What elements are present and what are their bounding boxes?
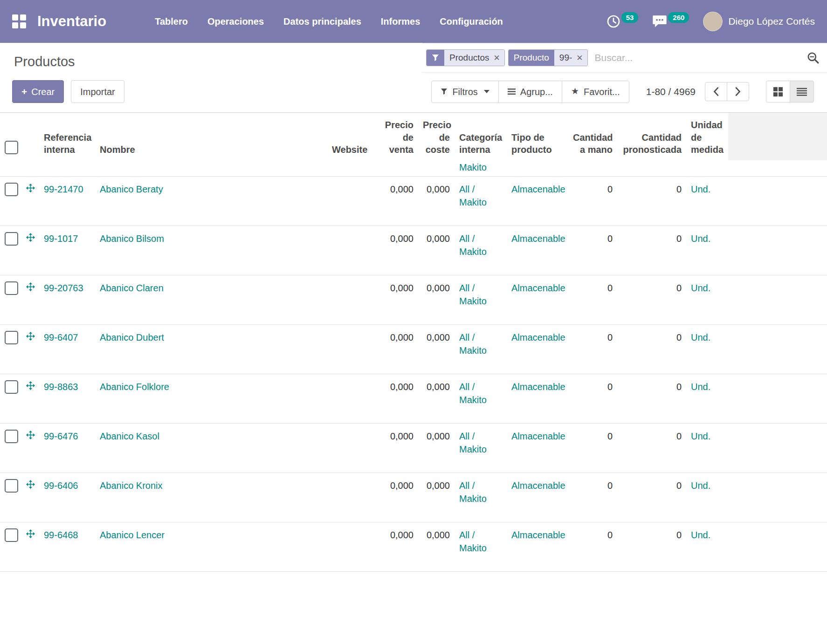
- cell-qty-forecast[interactable]: 0: [617, 522, 686, 571]
- search-icon[interactable]: [806, 51, 820, 64]
- cell-website[interactable]: [327, 374, 372, 423]
- column-header-cantidad-mano[interactable]: Cantidad a mano: [568, 113, 617, 161]
- cell-qty-forecast[interactable]: 0: [617, 324, 686, 374]
- cell-internal-category[interactable]: All / Makito: [455, 324, 507, 374]
- cell-internal-reference[interactable]: 99-1017: [39, 226, 95, 275]
- kanban-view-button[interactable]: [766, 81, 790, 103]
- column-header-precio-venta[interactable]: Precio de venta: [372, 113, 418, 161]
- column-header-categoria-interna[interactable]: Categoría interna: [455, 113, 507, 161]
- cell-product-name[interactable]: Abanico Kasol: [95, 423, 327, 473]
- cell-product-name[interactable]: Abanico Claren: [95, 275, 327, 324]
- apps-menu-icon[interactable]: [12, 14, 26, 28]
- cell-qty-on-hand[interactable]: 0: [568, 324, 617, 374]
- row-checkbox[interactable]: [5, 331, 18, 344]
- activities-button[interactable]: 53: [606, 14, 639, 28]
- cell-qty-forecast[interactable]: 0: [617, 473, 686, 522]
- cell-uom[interactable]: Und.: [686, 324, 728, 374]
- drag-handle-icon[interactable]: [26, 529, 35, 538]
- cell-product-name[interactable]: Abanico Lencer: [95, 522, 327, 571]
- cell-qty-on-hand[interactable]: 0: [568, 275, 617, 324]
- row-checkbox[interactable]: [5, 528, 18, 542]
- search-facet-productos[interactable]: Productos ✕: [426, 49, 505, 66]
- cell-website[interactable]: [327, 423, 372, 473]
- cell-uom[interactable]: Und.: [686, 473, 728, 522]
- search-input[interactable]: [591, 49, 804, 66]
- cell-sale-price[interactable]: 0,000: [372, 176, 418, 226]
- cell-internal-category[interactable]: All / Makito: [455, 522, 507, 571]
- column-header-tipo-producto[interactable]: Tipo de producto: [507, 113, 568, 161]
- column-header-unidad-medida[interactable]: Unidad de medida: [686, 113, 728, 161]
- cell-sale-price[interactable]: 0,000: [372, 324, 418, 374]
- cell-internal-reference[interactable]: 99-6407: [39, 324, 95, 374]
- row-checkbox[interactable]: [5, 430, 18, 443]
- table-row[interactable]: 99-1017 Abanico Bilsom 0,000 0,000 All /…: [0, 226, 827, 275]
- partial-scrolled-row[interactable]: Makito: [0, 160, 827, 176]
- group-by-button[interactable]: Agrup...: [498, 81, 562, 103]
- table-row[interactable]: 99-20763 Abanico Claren 0,000 0,000 All …: [0, 275, 827, 324]
- table-row[interactable]: 99-6476 Abanico Kasol 0,000 0,000 All / …: [0, 423, 827, 473]
- row-checkbox[interactable]: [5, 232, 18, 246]
- column-header-website[interactable]: Website: [327, 113, 372, 161]
- table-row[interactable]: 99-6406 Abanico Kronix 0,000 0,000 All /…: [0, 473, 827, 522]
- cell-qty-on-hand[interactable]: 0: [568, 423, 617, 473]
- cell-cost-price[interactable]: 0,000: [418, 324, 455, 374]
- list-view-button[interactable]: [790, 81, 814, 103]
- cell-product-type[interactable]: Almacenable: [507, 473, 568, 522]
- table-row[interactable]: 99-8863 Abanico Folklore 0,000 0,000 All…: [0, 374, 827, 423]
- cell-product-type[interactable]: Almacenable: [507, 226, 568, 275]
- remove-facet-icon[interactable]: ✕: [492, 50, 504, 66]
- cell-internal-category[interactable]: All / Makito: [455, 374, 507, 423]
- search-facet-producto-99[interactable]: Producto 99- ✕: [508, 49, 588, 66]
- cell-cost-price[interactable]: 0,000: [418, 374, 455, 423]
- cell-website[interactable]: [327, 226, 372, 275]
- menu-item-datos-principales[interactable]: Datos principales: [283, 16, 361, 27]
- cell-sale-price[interactable]: 0,000: [372, 423, 418, 473]
- user-menu[interactable]: Diego López Cortés: [703, 12, 815, 31]
- cell-qty-on-hand[interactable]: 0: [568, 176, 617, 226]
- drag-handle-icon[interactable]: [26, 233, 35, 242]
- row-checkbox[interactable]: [5, 281, 18, 295]
- cell-uom[interactable]: Und.: [686, 374, 728, 423]
- menu-item-operaciones[interactable]: Operaciones: [207, 16, 264, 27]
- cell-sale-price[interactable]: 0,000: [372, 226, 418, 275]
- cell-product-name[interactable]: Abanico Kronix: [95, 473, 327, 522]
- table-row[interactable]: 99-21470 Abanico Beraty 0,000 0,000 All …: [0, 176, 827, 226]
- cell-internal-category[interactable]: All / Makito: [455, 176, 507, 226]
- cell-product-name[interactable]: Abanico Folklore: [95, 374, 327, 423]
- row-checkbox[interactable]: [5, 183, 18, 196]
- menu-item-configuracion[interactable]: Configuración: [440, 16, 503, 27]
- column-header-referencia-interna[interactable]: Referencia interna: [39, 113, 95, 161]
- cell-cost-price[interactable]: 0,000: [418, 226, 455, 275]
- drag-handle-icon[interactable]: [26, 381, 35, 390]
- cell-internal-reference[interactable]: 99-21470: [39, 176, 95, 226]
- cell-qty-forecast[interactable]: 0: [617, 176, 686, 226]
- drag-handle-icon[interactable]: [26, 431, 35, 439]
- cell-product-type[interactable]: Almacenable: [507, 324, 568, 374]
- cell-internal-category[interactable]: All / Makito: [455, 423, 507, 473]
- cell-website[interactable]: [327, 522, 372, 571]
- pager-previous-button[interactable]: [705, 82, 727, 101]
- drag-handle-icon[interactable]: [26, 282, 35, 291]
- app-title[interactable]: Inventario: [37, 13, 106, 30]
- pager-next-button[interactable]: [727, 82, 749, 101]
- cell-product-name[interactable]: Abanico Dubert: [95, 324, 327, 374]
- menu-item-tablero[interactable]: Tablero: [155, 16, 188, 27]
- cell-product-type[interactable]: Almacenable: [507, 275, 568, 324]
- cell-sale-price[interactable]: 0,000: [372, 522, 418, 571]
- cell-product-name[interactable]: Abanico Bilsom: [95, 226, 327, 275]
- favorites-button[interactable]: ★ Favorit...: [562, 81, 629, 103]
- search-bar[interactable]: Productos ✕ Producto 99- ✕: [422, 43, 827, 73]
- cell-website[interactable]: [327, 275, 372, 324]
- drag-handle-icon[interactable]: [26, 184, 35, 192]
- cell-cost-price[interactable]: 0,000: [418, 473, 455, 522]
- cell-qty-forecast[interactable]: 0: [617, 374, 686, 423]
- cell-uom[interactable]: Und.: [686, 226, 728, 275]
- cell-internal-reference[interactable]: 99-8863: [39, 374, 95, 423]
- cell-uom[interactable]: Und.: [686, 522, 728, 571]
- cell-sale-price[interactable]: 0,000: [372, 374, 418, 423]
- cell-qty-forecast[interactable]: 0: [617, 423, 686, 473]
- row-checkbox[interactable]: [5, 380, 18, 394]
- cell-internal-reference[interactable]: 99-6468: [39, 522, 95, 571]
- cell-qty-forecast[interactable]: 0: [617, 226, 686, 275]
- cell-website[interactable]: [327, 473, 372, 522]
